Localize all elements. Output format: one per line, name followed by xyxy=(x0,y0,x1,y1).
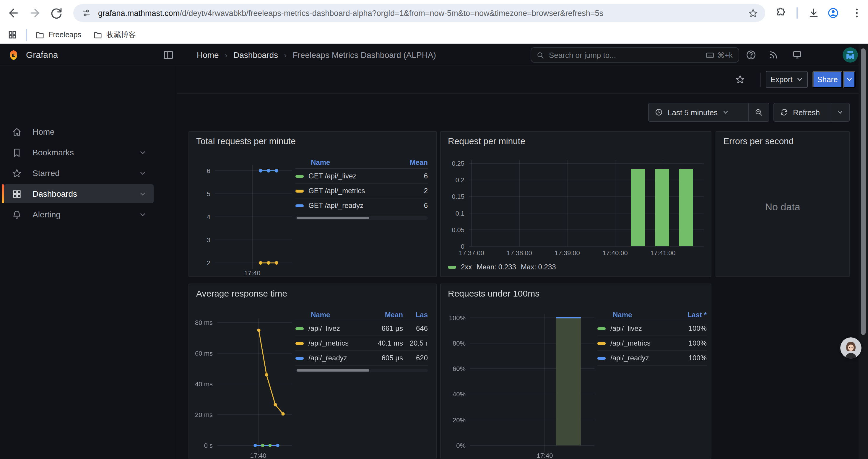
legend-row: GET /api/_readyz6 xyxy=(296,198,428,213)
sidebar-toggle-icon[interactable] xyxy=(163,50,174,60)
legend-series-name[interactable]: GET /api/_metrics xyxy=(296,187,394,195)
no-data-message: No data xyxy=(716,201,849,213)
axis-tick-label: 40 ms xyxy=(195,381,213,388)
download-icon[interactable] xyxy=(808,7,819,19)
axis-tick-label: 100% xyxy=(449,314,466,322)
legend-series-name[interactable]: 2xx xyxy=(461,263,472,271)
series-color-swatch xyxy=(597,342,606,345)
axis-tick-label: 0.1 xyxy=(455,210,464,217)
series-color-swatch xyxy=(296,327,304,330)
axis-tick-label: 0.05 xyxy=(452,226,464,234)
panel-request-per-minute[interactable]: Request per minute 0.250.20.150.10.05017… xyxy=(440,131,711,277)
bookmark-folder-freeleaps[interactable]: Freeleaps xyxy=(35,26,81,44)
forward-icon[interactable] xyxy=(28,6,41,20)
panel-total-requests[interactable]: Total requests per minute 6543217:40 Nam… xyxy=(188,131,437,277)
legend-scrollbar-thumb[interactable] xyxy=(297,369,369,371)
legend-header-row: NameMean xyxy=(296,157,428,169)
area-bar xyxy=(556,318,581,446)
panel-requests-under-100ms[interactable]: Requests under 100ms 100%80%60%40%20%0%1… xyxy=(440,284,711,459)
series-color-swatch xyxy=(296,204,304,207)
share-dropdown-button[interactable] xyxy=(843,71,856,88)
keyboard-icon xyxy=(706,51,714,59)
sidebar-item-bookmarks[interactable]: Bookmarks xyxy=(4,143,154,162)
share-button[interactable]: Share xyxy=(812,71,843,88)
legend-value-mean: 6 xyxy=(394,201,428,210)
axis-tick-label: 0.15 xyxy=(452,193,464,200)
page-scrollbar-track[interactable] xyxy=(859,44,868,459)
bar xyxy=(679,169,693,246)
legend-col-name[interactable]: Name xyxy=(597,311,678,319)
legend-scrollbar-thumb[interactable] xyxy=(297,217,369,219)
chevron-down-icon[interactable] xyxy=(139,210,147,218)
sidebar-item-alerting[interactable]: Alerting xyxy=(4,205,154,224)
legend-col-name[interactable]: Name xyxy=(296,158,394,167)
legend-col-last[interactable]: Last * xyxy=(678,311,707,319)
user-avatar[interactable] xyxy=(843,47,858,63)
panel-errors-per-second[interactable]: Errors per second No data xyxy=(716,131,850,277)
axis-tick-label: 17:37:00 xyxy=(459,249,484,257)
help-icon[interactable] xyxy=(746,50,756,60)
legend-series-name[interactable]: /api/_livez xyxy=(597,324,678,333)
zoom-out-button[interactable] xyxy=(749,103,769,121)
extensions-icon[interactable] xyxy=(775,7,787,19)
star-icon xyxy=(12,168,22,178)
series-color-swatch xyxy=(597,327,606,330)
bar xyxy=(631,169,645,246)
address-bar[interactable]: grafana.mathmast.com/d/deytv4rwavabkb/fr… xyxy=(73,4,765,22)
legend-series-name[interactable]: /api/_metrics xyxy=(597,339,678,347)
chevron-down-icon[interactable] xyxy=(139,149,147,156)
grafana-logo[interactable] xyxy=(8,49,20,61)
menu-kebab-icon[interactable] xyxy=(851,7,863,19)
display-kiosk-icon[interactable] xyxy=(792,50,802,60)
back-icon[interactable] xyxy=(7,6,20,20)
legend-series-name[interactable]: GET /api/_livez xyxy=(296,172,394,180)
legend-value-mean: 2 xyxy=(394,187,428,195)
legend-col-mean[interactable]: Mean xyxy=(368,311,403,319)
page-scrollbar-thumb[interactable] xyxy=(861,48,866,335)
site-settings-icon[interactable] xyxy=(82,8,91,18)
series-color-swatch xyxy=(597,357,606,359)
time-range-picker[interactable]: Last 5 minutes xyxy=(649,103,748,121)
toolbar-separator xyxy=(761,73,761,87)
bar xyxy=(655,169,669,246)
refresh-button[interactable]: Refresh xyxy=(774,103,831,121)
legend-col-mean[interactable]: Mean xyxy=(394,158,428,167)
sidebar-item-dashboards[interactable]: Dashboards xyxy=(4,184,154,203)
profile-icon[interactable] xyxy=(827,7,839,19)
favorite-star-icon[interactable] xyxy=(735,74,745,85)
legend-value-last: 100% xyxy=(678,324,707,333)
legend-series-name[interactable]: /api/_readyz xyxy=(296,354,368,362)
bookmarks-divider xyxy=(26,29,27,41)
chevron-down-icon[interactable] xyxy=(139,169,147,177)
sidebar-item-home[interactable]: Home xyxy=(4,122,154,141)
legend-series-name[interactable]: /api/_livez xyxy=(296,324,368,333)
news-rss-icon[interactable] xyxy=(768,50,779,60)
legend-col-name[interactable]: Name xyxy=(296,311,368,319)
panel-avg-response-time[interactable]: Average response time 80 ms60 ms40 ms20 … xyxy=(188,284,437,459)
breadcrumb-home[interactable]: Home xyxy=(197,50,219,60)
breadcrumb-dashboards[interactable]: Dashboards xyxy=(234,50,278,60)
data-point xyxy=(275,169,278,172)
bookmark-star-icon[interactable] xyxy=(748,8,758,18)
sidebar-item-starred[interactable]: Starred xyxy=(4,164,154,183)
export-button[interactable]: Export xyxy=(766,71,808,88)
legend-scrollbar-track[interactable] xyxy=(296,216,428,220)
legend-series-name[interactable]: /api/_metrics xyxy=(296,339,368,347)
refresh-interval-dropdown[interactable] xyxy=(831,103,849,121)
bookmark-folder-blogs[interactable]: 收藏博客 xyxy=(93,26,136,44)
floating-assistant-avatar[interactable] xyxy=(840,337,862,359)
axis-tick-label: 40% xyxy=(453,391,466,398)
axis-tick-label: 4 xyxy=(207,213,210,221)
refresh-sync-icon xyxy=(780,108,788,117)
legend-series-name[interactable]: GET /api/_readyz xyxy=(296,201,394,210)
url-text[interactable]: grafana.mathmast.com/d/deytv4rwavabkb/fr… xyxy=(98,8,748,18)
legend-col-las[interactable]: Las xyxy=(403,311,428,319)
search-input[interactable]: Search or jump to... ⌘+k xyxy=(531,47,739,63)
legend-series-name[interactable]: /api/_readyz xyxy=(597,354,678,362)
chevron-down-icon[interactable] xyxy=(139,190,147,198)
legend-scrollbar-track[interactable] xyxy=(296,369,428,372)
reload-icon[interactable] xyxy=(50,6,63,20)
apps-grid-icon[interactable] xyxy=(8,30,17,40)
axis-tick-label: 80 ms xyxy=(195,319,213,326)
panel-title[interactable]: Errors per second xyxy=(723,136,794,146)
